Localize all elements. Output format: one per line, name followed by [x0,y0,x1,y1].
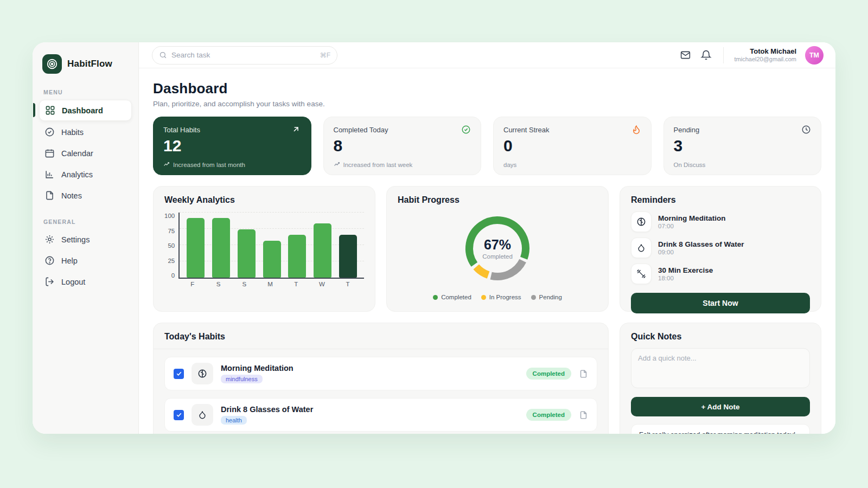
user-info: Totok Michael tmichael20@gmail.com [735,47,797,63]
flame-icon [631,125,641,134]
bar-chart-icon [44,169,55,179]
bar-S-1 [212,218,230,278]
stats-row: Total Habits 12 Increased from last mont… [153,117,821,175]
bar-T-4 [288,235,306,278]
bell-icon[interactable] [700,49,712,61]
todays-habits-card: Today's Habits Morning Meditation mindfu… [153,323,609,434]
topbar-divider [723,47,724,63]
user-email: tmichael20@gmail.com [735,56,797,63]
trending-up-icon [163,161,170,168]
stat-label: Total Habits [163,126,200,134]
note-doc-icon[interactable] [579,410,588,420]
sidebar-item-dashboard[interactable]: Dashboard [39,100,132,121]
sidebar: HabitFlow MENU Dashboard Habits Calenda [33,42,139,434]
habitflow-logo-icon [42,54,62,74]
stat-caption: days [503,162,641,168]
reminder-time: 18:00 [658,275,713,281]
reminders-card: Reminders Morning Meditation 07:00 [620,186,821,312]
stat-caption: Increased from last month [163,161,301,168]
stat-card-completed-today[interactable]: Completed Today 8 Increased from last we… [323,117,482,175]
stat-card-pending[interactable]: Pending 3 On Discuss [663,117,822,175]
reminder-time: 07:00 [658,223,725,229]
stat-value: 0 [503,137,641,155]
stat-card-total-habits[interactable]: Total Habits 12 Increased from last mont… [153,117,311,175]
reminder-name: 30 Min Exercise [658,266,713,274]
bottom-row: Today's Habits Morning Meditation mindfu… [153,323,821,434]
help-circle-icon [44,255,55,266]
sidebar-item-label: Settings [61,235,90,244]
habit-row-drink-water[interactable]: Drink 8 Glasses of Water health Complete… [164,398,597,432]
logout-icon [44,277,55,287]
app-logo: HabitFlow [39,52,132,84]
quick-note-input[interactable] [631,348,810,388]
reminder-name: Drink 8 Glasses of Water [658,240,744,248]
habit-checkbox[interactable] [174,410,184,420]
gridline [180,228,364,229]
menu-nav: Dashboard Habits Calendar Analytics [39,100,132,206]
reminders-title: Reminders [631,195,810,205]
main-panel: Dashboard Plan, prioritize, and accompli… [139,68,835,434]
sidebar-item-analytics[interactable]: Analytics [39,164,132,184]
bar-F-0 [187,218,205,278]
content-area: ⌘F Totok Michael tmichael20@gmail.com TM… [139,42,835,434]
mail-icon[interactable] [680,49,692,61]
check-circle-icon [44,127,55,137]
habit-name: Drink 8 Glasses of Water [221,405,313,414]
general-nav: Settings Help Logout [39,229,132,292]
menu-section-label: MENU [39,84,132,100]
search-icon [159,51,167,59]
brain-icon [192,363,213,384]
topbar: ⌘F Totok Michael tmichael20@gmail.com TM [139,42,835,68]
habit-progress-title: Habit Progress [398,195,597,205]
sidebar-item-calendar[interactable]: Calendar [39,143,132,163]
sidebar-item-label: Analytics [61,170,93,179]
weekly-bars [178,213,364,279]
app-window: HabitFlow MENU Dashboard Habits Calenda [33,42,835,434]
reminder-list: Morning Meditation 07:00 Drink 8 Glasses… [631,211,810,284]
sidebar-item-settings[interactable]: Settings [39,229,132,249]
reminder-name: Morning Meditation [658,214,725,222]
user-name: Totok Michael [735,47,797,56]
divider [154,349,608,349]
reminder-item: Morning Meditation 07:00 [631,211,810,232]
search-input[interactable] [171,51,316,59]
chart-x-axis: FSSMTWT [164,279,364,287]
file-icon [44,190,55,201]
droplet-icon [631,237,652,258]
bar-S-2 [238,229,256,278]
avatar[interactable]: TM [805,46,824,65]
dumbbell-icon [631,264,652,284]
droplet-icon [192,404,213,426]
stat-label: Completed Today [334,126,388,134]
sidebar-item-label: Habits [61,128,84,137]
start-now-button[interactable]: Start Now [631,293,810,313]
sidebar-item-help[interactable]: Help [39,251,132,271]
sidebar-item-logout[interactable]: Logout [39,272,132,292]
sidebar-item-label: Logout [61,278,85,286]
legend-in-progress: In Progress [481,294,521,300]
habit-tag: health [221,416,247,425]
stat-card-current-streak[interactable]: Current Streak 0 days [493,117,652,175]
habit-progress-donut: 67% Completed [459,210,535,286]
stat-value: 8 [334,137,471,155]
calendar-icon [44,148,55,158]
gear-icon [44,234,55,245]
page-subtitle: Plan, prioritize, and accomplish your ta… [153,100,821,108]
note-doc-icon[interactable] [579,369,588,378]
app-name: HabitFlow [67,59,112,69]
status-badge: Completed [526,368,571,380]
habit-checkbox[interactable] [174,369,184,379]
reminder-item: Drink 8 Glasses of Water 09:00 [631,237,810,258]
reminder-time: 09:00 [658,249,744,255]
sidebar-item-label: Help [61,256,78,265]
search-box[interactable]: ⌘F [152,46,337,65]
bar-W-5 [314,223,331,278]
habit-row-morning-meditation[interactable]: Morning Meditation mindfulness Completed [164,357,597,390]
sidebar-item-notes[interactable]: Notes [39,185,132,206]
sidebar-item-habits[interactable]: Habits [39,122,132,142]
weekly-analytics-card: Weekly Analytics 1007550250 FSSMTWT [153,186,375,312]
add-note-button[interactable]: + Add Note [631,397,810,416]
stat-caption: Increased from last week [334,161,471,168]
search-shortcut-hint: ⌘F [320,52,330,59]
habit-tag: mindfulness [221,375,263,383]
